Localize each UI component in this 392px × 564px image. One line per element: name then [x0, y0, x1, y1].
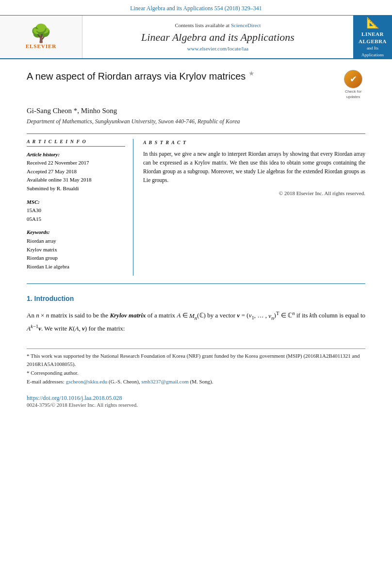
keywords-label: Keywords: — [27, 229, 50, 235]
journal-reference: Linear Algebra and its Applications 554 … — [0, 0, 392, 16]
article-abstract: A B S T R A C T In this paper, we give a… — [133, 139, 365, 276]
email-link-1[interactable]: gscheon@skku.edu — [66, 379, 108, 384]
journal-badge: 📐 LINEAR ALGEBRA and Its Applications — [353, 16, 392, 58]
elsevier-label: ELSEVIER — [26, 43, 57, 49]
abstract-title: A B S T R A C T — [143, 139, 365, 147]
article-columns: A R T I C L E I N F O Article history: R… — [27, 139, 365, 276]
section-1-title: 1. Introduction — [27, 295, 365, 302]
article-info: A R T I C L E I N F O Article history: R… — [27, 139, 133, 276]
divider-bottom — [27, 283, 365, 284]
doi-area: https://doi.org/10.1016/j.laa.2018.05.02… — [27, 395, 365, 408]
section-1-text: An n × n matrix is said to be the Krylov… — [27, 309, 365, 334]
history-block: Article history: Received 22 November 20… — [27, 150, 125, 193]
msc-block: MSC: 15A30 05A15 — [27, 198, 125, 224]
footnote-area: * This work was supported by the Nationa… — [27, 348, 365, 386]
email-link-2[interactable]: smb3237@gmail.com — [142, 379, 189, 384]
keyword-4: Riordan Lie algebra — [27, 263, 125, 271]
keyword-1: Riordan array — [27, 237, 125, 246]
header-journal-title: Linear Algebra and its Applications — [141, 31, 294, 44]
header-banner: 🌳 ELSEVIER Contents lists available at S… — [0, 16, 392, 59]
elsevier-logo: 🌳 ELSEVIER — [0, 16, 82, 58]
keyword-3: Riordan group — [27, 254, 125, 263]
badge-icon: 📐 — [366, 16, 379, 30]
check-updates-label: Check for updates — [341, 89, 365, 100]
accepted-date: Accepted 27 May 2018 — [27, 167, 125, 176]
authors: Gi-Sang Cheon *, Minho Song — [27, 107, 365, 115]
elsevier-tree-icon: 🌳 — [30, 25, 52, 42]
info-divider — [27, 146, 125, 147]
msc-label: MSC: — [27, 199, 40, 205]
check-updates-icon: ✔ — [344, 70, 362, 88]
doi-link[interactable]: https://doi.org/10.1016/j.laa.2018.05.02… — [27, 395, 122, 401]
article-info-title: A R T I C L E I N F O — [27, 139, 125, 144]
submitted-by: Submitted by R. Brualdi — [27, 184, 125, 193]
received-date: Received 22 November 2017 — [27, 159, 125, 167]
article-star: ★ — [248, 69, 255, 77]
available-date: Available online 31 May 2018 — [27, 176, 125, 184]
footnote-corresponding: * Corresponding author. — [27, 369, 365, 378]
copyright-notice: © 2018 Elsevier Inc. All rights reserved… — [143, 189, 365, 198]
sciencedirect-text: Contents lists available at ScienceDirec… — [175, 22, 261, 28]
main-content: A new aspect of Riordan arrays via Krylo… — [0, 59, 392, 417]
header-center: Contents lists available at ScienceDirec… — [82, 16, 353, 58]
divider-top — [27, 133, 365, 134]
keyword-2: Krylov matrix — [27, 246, 125, 254]
doi-rights: 0024-3795/© 2018 Elsevier Inc. All right… — [27, 402, 365, 408]
msc1: 15A30 — [27, 206, 125, 215]
footnote-emails: E-mail addresses: gscheon@skku.edu (G.-S… — [27, 378, 365, 386]
keywords-block: Keywords: Riordan array Krylov matrix Ri… — [27, 228, 125, 271]
header-website: www.elsevier.com/locate/laa — [187, 46, 248, 51]
history-label: Article history: — [27, 151, 60, 157]
msc2: 05A15 — [27, 215, 125, 224]
check-updates-badge: ✔ Check for updates — [341, 70, 365, 100]
footnote-star-note: * This work was supported by the Nationa… — [27, 352, 365, 369]
sciencedirect-link[interactable]: ScienceDirect — [231, 22, 261, 28]
abstract-text: In this paper, we give a new angle to in… — [143, 150, 365, 184]
article-title-text: A new aspect of Riordan arrays via Krylo… — [27, 69, 331, 83]
affiliation: Department of Mathematics, Sungkyunkwan … — [27, 117, 365, 126]
article-title-row: A new aspect of Riordan arrays via Krylo… — [27, 69, 365, 100]
